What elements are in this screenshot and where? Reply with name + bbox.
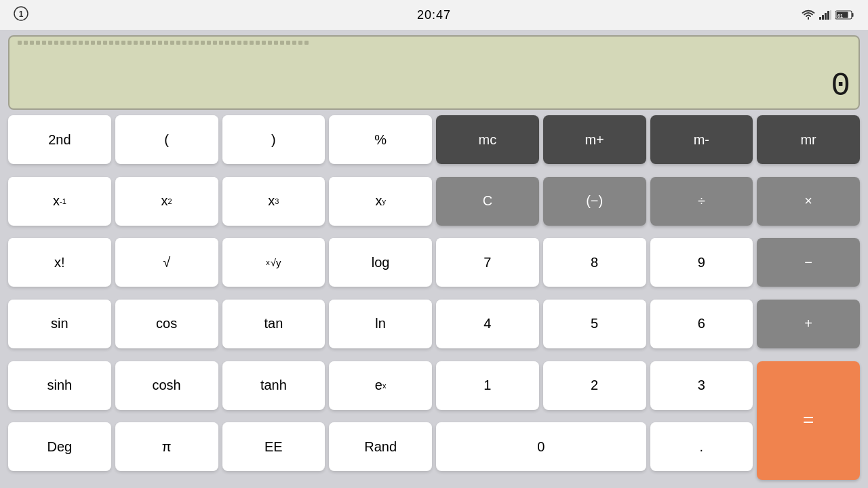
button-2[interactable]: 2 [543, 361, 646, 410]
status-icons: 61 [800, 9, 854, 20]
svg-rect-4 [825, 13, 827, 20]
button-x-to-y[interactable]: xy [329, 177, 432, 226]
button-m-plus[interactable]: m+ [543, 115, 646, 164]
button-cosh[interactable]: cosh [115, 361, 218, 410]
button-negate[interactable]: (−) [543, 177, 646, 226]
button-x-inverse[interactable]: x-1 [8, 177, 111, 226]
status-bar: 1 20:47 61 [0, 0, 868, 30]
button-factorial[interactable]: x! [8, 238, 111, 287]
svg-text:1: 1 [19, 9, 24, 19]
calculator-display: 0 [8, 35, 860, 110]
display-value: 0 [18, 68, 850, 104]
button-ex[interactable]: ex [329, 361, 432, 410]
button-7[interactable]: 7 [436, 238, 539, 287]
button-sin[interactable]: sin [8, 300, 111, 348]
svg-rect-2 [819, 17, 821, 20]
button-9[interactable]: 9 [650, 238, 753, 287]
button-mc[interactable]: mc [436, 115, 539, 164]
button-1[interactable]: 1 [436, 361, 539, 410]
button-pi[interactable]: π [115, 422, 218, 471]
button-m-minus[interactable]: m- [650, 115, 753, 164]
button-minus[interactable]: − [757, 238, 860, 287]
button-cos[interactable]: cos [115, 300, 218, 348]
display-dots-top [18, 41, 850, 45]
button-mr[interactable]: mr [757, 115, 860, 164]
status-indicator: 1 [14, 6, 68, 24]
svg-rect-3 [822, 15, 824, 20]
button-close-paren[interactable]: ) [222, 115, 326, 164]
button-decimal[interactable]: . [650, 422, 753, 471]
button-4[interactable]: 4 [436, 300, 539, 348]
button-multiply[interactable]: × [757, 177, 860, 226]
button-xth-root[interactable]: x√y [222, 238, 326, 287]
svg-text:61: 61 [837, 14, 843, 18]
button-3[interactable]: 3 [650, 361, 753, 410]
svg-rect-5 [827, 11, 829, 20]
button-clear[interactable]: C [436, 177, 539, 226]
svg-rect-8 [852, 13, 853, 17]
wifi-icon [802, 9, 815, 20]
button-sinh[interactable]: sinh [8, 361, 111, 410]
button-equals[interactable]: = [757, 361, 860, 480]
button-divide[interactable]: ÷ [650, 177, 753, 226]
button-log[interactable]: log [329, 238, 432, 287]
button-tanh[interactable]: tanh [222, 361, 326, 410]
button-x-squared[interactable]: x2 [115, 177, 218, 226]
status-time: 20:47 [417, 8, 451, 22]
button-open-paren[interactable]: ( [115, 115, 218, 164]
button-5[interactable]: 5 [543, 300, 646, 348]
button-rand[interactable]: Rand [329, 422, 432, 471]
button-ee[interactable]: EE [222, 422, 326, 471]
button-6[interactable]: 6 [650, 300, 753, 348]
battery-icon: 61 [835, 10, 854, 20]
button-sqrt[interactable]: √ [115, 238, 218, 287]
button-deg[interactable]: Deg [8, 422, 111, 471]
button-x-cubed[interactable]: x3 [222, 177, 326, 226]
button-percent[interactable]: % [329, 115, 432, 164]
button-8[interactable]: 8 [543, 238, 646, 287]
signal-icon [819, 10, 831, 20]
svg-rect-6 [830, 10, 831, 20]
button-grid: 2nd ( ) % mc m+ m- mr x-1 x2 x3 xy C (−)… [8, 115, 860, 480]
button-plus[interactable]: + [757, 300, 860, 348]
button-tan[interactable]: tan [222, 300, 326, 348]
calculator: 0 2nd ( ) % mc m+ m- mr x-1 x2 x3 xy C (… [0, 30, 868, 488]
button-0[interactable]: 0 [436, 422, 646, 471]
button-2nd[interactable]: 2nd [8, 115, 111, 164]
button-ln[interactable]: ln [329, 300, 432, 348]
